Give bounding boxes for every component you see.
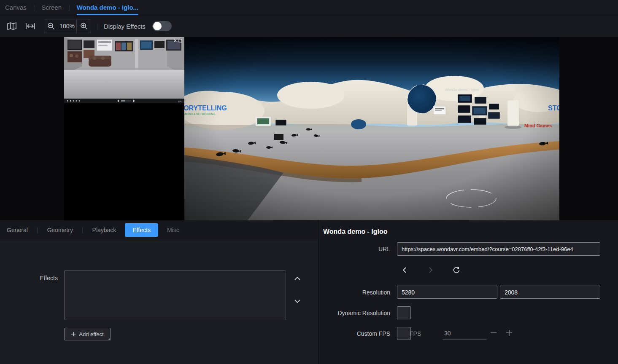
fps-label: FPS [410, 330, 435, 337]
browser-refresh-button[interactable] [452, 265, 461, 275]
custom-fps-label: Custom FPS [319, 330, 390, 337]
map-view-button[interactable] [5, 19, 19, 33]
effects-list-label: Effects [25, 275, 58, 281]
resolution-label: Resolution [319, 289, 390, 296]
add-effect-button[interactable]: Add effect [64, 328, 111, 340]
url-label: URL [319, 246, 390, 252]
resolution-width-input[interactable] [397, 286, 497, 299]
toolbar: 100% | Display Effects [0, 15, 618, 37]
effects-tab-content: Effects Add effect [0, 241, 318, 364]
browser-back-button[interactable] [400, 265, 410, 275]
move-effect-up-button[interactable] [294, 276, 301, 281]
add-effect-label: Add effect [79, 331, 103, 337]
dynamic-resolution-label: Dynamic Resolution [319, 310, 390, 316]
tab-geometry[interactable]: Geometry [47, 227, 73, 233]
effects-list[interactable] [64, 270, 286, 320]
refresh-icon [453, 266, 460, 274]
toggle-knob [153, 22, 162, 30]
tab-screen[interactable]: Screen [42, 0, 62, 15]
bottom-dock: General | Geometry | Playback Effects Mi… [0, 220, 618, 364]
chevron-left-icon [401, 266, 409, 274]
panorama-360-view[interactable]: STORYTELLING FILM MAKING & NETWORKING ST… [184, 37, 559, 220]
fps-increment-button[interactable] [505, 329, 513, 337]
fit-width-button[interactable] [24, 19, 37, 33]
custom-fps-checkbox[interactable] [397, 327, 411, 340]
zoom-controls: 100% [44, 19, 91, 33]
inspector-tab-row: General | Geometry | Playback Effects Mi… [0, 220, 318, 240]
zoom-out-icon [47, 22, 55, 30]
fit-width-icon [25, 22, 35, 30]
plus-icon [506, 329, 513, 336]
toolbar-separator: | [97, 23, 99, 30]
tab-general[interactable]: General [7, 227, 28, 233]
tab-playback[interactable]: Playback [92, 227, 116, 233]
tab-canvas[interactable]: Canvas [5, 0, 27, 15]
fps-decrement-button[interactable] [489, 329, 498, 337]
effects-inspector-panel: General | Geometry | Playback Effects Mi… [0, 220, 318, 364]
tab-separator: | [33, 4, 35, 11]
top-tab-bar: Canvas | Screen | Wonda demo - Iglo... [0, 0, 618, 15]
plus-icon [71, 332, 76, 337]
move-effect-down-button[interactable] [294, 299, 301, 304]
tab-effects[interactable]: Effects [125, 223, 158, 237]
tab-active-document[interactable]: Wonda demo - Iglo... [77, 0, 138, 15]
preview-vr-badge: VR [178, 100, 182, 103]
inspector-tab-separator: | [82, 227, 84, 233]
zoom-in-button[interactable] [76, 19, 91, 33]
chevron-right-icon [426, 266, 434, 274]
screen-title: Wonda demo - Igloo [323, 228, 388, 236]
screen-preview-layer[interactable]: VR [64, 37, 184, 220]
inspector-tab-separator: | [37, 227, 38, 233]
screen-properties-panel: Wonda demo - Igloo URL Resolution Dynami… [319, 220, 618, 364]
zoom-out-button[interactable] [44, 19, 58, 33]
display-effects-toggle[interactable] [152, 21, 172, 31]
chevron-up-icon [294, 276, 301, 281]
button-corner-notch [108, 337, 111, 340]
chevron-down-icon [294, 299, 301, 303]
browser-forward-button[interactable] [426, 265, 435, 275]
tab-separator: | [68, 4, 70, 11]
zoom-level[interactable]: 100% [58, 23, 76, 29]
zoom-in-icon [80, 22, 88, 30]
resolution-height-input[interactable] [500, 286, 600, 299]
display-effects-label: Display Effects [104, 23, 146, 30]
vr-gallery-preview: VR [64, 37, 184, 103]
map-icon [7, 22, 17, 30]
minus-icon [490, 329, 497, 336]
fps-input[interactable] [443, 327, 486, 340]
canvas-area[interactable]: VR [0, 37, 618, 220]
tab-misc[interactable]: Misc [167, 227, 179, 233]
url-input[interactable] [397, 242, 600, 256]
dynamic-resolution-checkbox[interactable] [397, 306, 411, 319]
